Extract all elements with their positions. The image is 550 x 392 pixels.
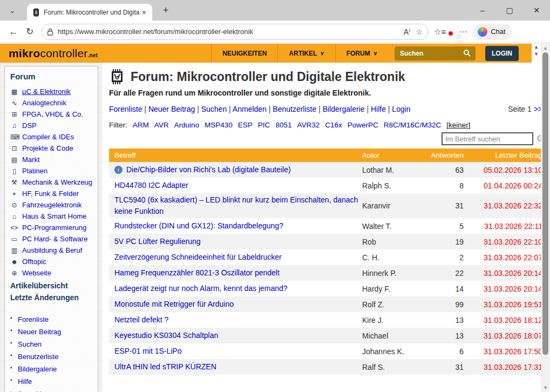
- sidebar-item-markt[interactable]: ▤Markt: [10, 156, 94, 164]
- filter-avr32[interactable]: AVR32: [297, 121, 320, 129]
- topic-link[interactable]: Ladegerät zeigt nur noch Alarm, kennt da…: [114, 283, 288, 294]
- topic-link[interactable]: Keyestudio KS0304 Schaltplan: [114, 330, 218, 341]
- topic-replies: 13: [430, 316, 476, 325]
- sidebar-item-uc-elektronik[interactable]: ▦µC & Elektronik: [10, 87, 94, 96]
- search-icon[interactable]: [463, 49, 471, 57]
- topic-author: C. H.: [362, 253, 430, 262]
- code-box-icon: ⊡: [10, 145, 18, 152]
- scrollbar-thumb[interactable]: [542, 52, 548, 355]
- topic-link[interactable]: Monostufe mit Retrigger für Arduino: [114, 299, 234, 310]
- nav-neuigkeiten[interactable]: NEUIGKEITEN: [211, 44, 277, 63]
- filter-msp430[interactable]: MSP430: [205, 121, 233, 129]
- nav-artikel[interactable]: ARTIKEL∨: [277, 44, 335, 63]
- window-maximize-button[interactable]: ▢: [496, 0, 523, 21]
- tab-search-chevron-icon[interactable]: ⌄: [5, 4, 19, 17]
- browser-tab[interactable]: Forum: Mikrocontroller und Digita ×: [27, 4, 152, 21]
- link-login[interactable]: Login: [392, 105, 410, 113]
- sidebar-item-platinen[interactable]: ▯Platinen: [10, 167, 94, 175]
- new-tab-button[interactable]: +: [159, 3, 173, 17]
- topic-link[interactable]: Die/Chip-Bilder von Richi's Lab (digital…: [126, 164, 291, 175]
- sidebar-item-dsp[interactable]: ♫DSP: [10, 121, 94, 130]
- scroll-up-icon[interactable]: ▲: [532, 44, 541, 51]
- scrollbar-down-icon[interactable]: ▼: [541, 385, 550, 390]
- topic-link[interactable]: TLC5940 (6x kaskadiert) – LED blinkt nur…: [114, 194, 362, 217]
- filter-arduino[interactable]: Arduino: [174, 121, 200, 129]
- sidebar-item-hf-funk[interactable]: ⌖HF, Funk & Felder: [10, 190, 94, 198]
- topic-link[interactable]: Rundstecker (DIN und GX12): Standardbele…: [114, 220, 283, 232]
- topic-link[interactable]: ESP-01 mit 1S-LiPo: [114, 346, 182, 357]
- link-suchen[interactable]: Suchen: [201, 105, 233, 113]
- topic-link[interactable]: Hameg Frequenzzähler 8021-3 Oszillator p…: [114, 267, 280, 279]
- filter-keiner[interactable]: [keiner]: [446, 121, 470, 129]
- filter-8051[interactable]: 8051: [275, 121, 291, 129]
- read-aloud-icon[interactable]: A⁾: [404, 28, 411, 36]
- link-neuer-beitrag[interactable]: Neuer Beitrag: [148, 105, 201, 113]
- link-hilfe[interactable]: Hilfe: [371, 105, 392, 113]
- sidebar-item-smart-home[interactable]: ⌂Haus & Smart Home: [10, 212, 94, 220]
- topic-last-post: 31.03.2026 18:12: [476, 316, 547, 325]
- sidebar-item-pc-programmierung[interactable]: <>PC-Programmierung: [10, 224, 94, 232]
- sidebar-item-compiler[interactable]: ⌨Compiler & IDEs: [10, 133, 94, 141]
- sidebar-quick-bildergalerie[interactable]: Bildergalerie: [10, 364, 94, 373]
- header-search-box[interactable]: Suchen: [395, 46, 476, 60]
- topic-link[interactable]: HD44780 I2C Adapter: [114, 180, 188, 191]
- sidebar-link-letzte-aenderungen[interactable]: Letzte Änderungen: [10, 292, 94, 303]
- filter-r8c[interactable]: R8C/M16C/M32C: [384, 121, 442, 129]
- topic-link[interactable]: Zeitverzögerung Schneideeinheit für Labe…: [114, 252, 282, 263]
- filter-arm[interactable]: ARM: [133, 121, 149, 129]
- sidebar-item-ausbildung[interactable]: ▥Ausbildung & Beruf: [10, 246, 94, 254]
- address-bar[interactable]: https://www.mikrocontroller.net/forum/mi…: [41, 24, 429, 40]
- filter-c16x[interactable]: C16x: [325, 121, 342, 129]
- filter-pic[interactable]: PIC: [258, 121, 270, 129]
- filter-powerpc[interactable]: PowerPC: [348, 121, 378, 129]
- login-button[interactable]: LOGIN: [485, 46, 519, 61]
- sidebar-item-analogtechnik[interactable]: ∿Analogtechnik: [10, 99, 94, 107]
- topic-search-input[interactable]: [442, 132, 533, 145]
- sidebar-item-offtopic[interactable]: ☻Offtopic: [10, 258, 94, 266]
- sidebar-item-projekte[interactable]: ⊡Projekte & Code: [10, 144, 94, 152]
- sidebar-quick-anmelden[interactable]: Anmelden: [10, 389, 94, 392]
- browser-scrollbar[interactable]: ▲ ▼: [541, 44, 550, 392]
- tab-close-icon[interactable]: ×: [140, 8, 148, 17]
- sidebar-quick-neuer-beitrag[interactable]: Neuer Beitrag: [10, 327, 94, 336]
- back-button[interactable]: ←: [5, 24, 22, 40]
- favorite-star-icon[interactable]: ☆: [416, 28, 423, 36]
- topic-link[interactable]: Netzteil defekt ?: [114, 314, 168, 326]
- window-minimize-button[interactable]: –: [469, 0, 496, 21]
- sidebar-quick-forenliste[interactable]: Forenliste: [10, 315, 94, 323]
- info-icon[interactable]: i: [114, 166, 123, 174]
- link-bildergalerie[interactable]: Bildergalerie: [323, 105, 371, 113]
- sidebar-link-artikeluebersicht[interactable]: Artikelübersicht: [10, 280, 94, 291]
- collections-icon[interactable]: ☆≡: [434, 27, 446, 37]
- copilot-chat-button[interactable]: Chat: [473, 24, 512, 40]
- topic-replies: 63: [430, 166, 476, 174]
- topic-search-row: [109, 132, 547, 145]
- topic-link[interactable]: 5V PC Lüfter Regulierung: [114, 236, 201, 247]
- sidebar-item-fpga[interactable]: ⊞FPGA, VHDL & Co.: [10, 110, 94, 118]
- topic-replies: 8: [430, 181, 476, 190]
- link-anmelden[interactable]: Anmelden: [233, 105, 273, 113]
- fpga-icon: ⊞: [10, 111, 18, 118]
- link-benutzerliste[interactable]: Benutzerliste: [273, 105, 322, 113]
- topic-last-post: 31.03.2026 22:11: [476, 222, 547, 231]
- inner-scrollbar[interactable]: ▲ ▼: [532, 44, 541, 71]
- topic-author: Walter T.: [362, 222, 430, 231]
- sidebar-quick-suchen[interactable]: Suchen: [10, 340, 94, 348]
- sidebar-item-webseite[interactable]: ⊕Webseite: [10, 269, 94, 277]
- scrollbar-up-icon[interactable]: ▲: [541, 45, 550, 51]
- window-close-button[interactable]: ✕: [523, 0, 550, 21]
- filter-avr[interactable]: AVR: [154, 121, 169, 129]
- topic-link[interactable]: UltrA tHIN led sTRIP KÜRZEN: [114, 361, 216, 373]
- sidebar-item-fahrzeug[interactable]: ⊙Fahrzeugelektronik: [10, 201, 94, 209]
- sidebar-quick-hilfe[interactable]: Hilfe: [10, 377, 94, 386]
- topic-last-post: 31.03.2026 19:51: [476, 300, 547, 309]
- filter-esp[interactable]: ESP: [238, 121, 253, 129]
- link-forenliste[interactable]: Forenliste: [109, 105, 148, 113]
- sidebar-quick-benutzerliste[interactable]: Benutzerliste: [10, 352, 94, 361]
- sidebar-item-pc-hardware[interactable]: ▭PC Hard- & Software: [10, 235, 94, 243]
- scroll-down-icon[interactable]: ▼: [532, 51, 541, 58]
- sidebar-item-mechanik[interactable]: ⚒Mechanik & Werkzeug: [10, 178, 94, 186]
- site-logo[interactable]: mikrocontroller.net: [0, 47, 98, 60]
- refresh-button[interactable]: ↻: [22, 24, 38, 40]
- nav-forum[interactable]: FORUM∨: [335, 44, 388, 63]
